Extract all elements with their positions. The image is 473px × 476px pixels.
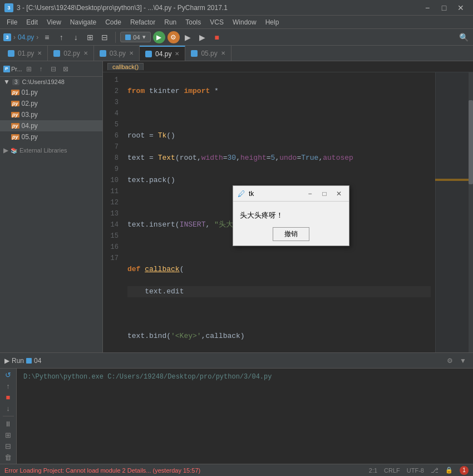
sidebar-item-external-libraries[interactable]: ▶ 📚 External Libraries — [0, 145, 102, 156]
content-area: P Pr... ⊞ ↑ ⊟ ⊠ ▼ 3 C:\Users\19248 py 01… — [0, 61, 473, 464]
external-lib-arrow: ▶ — [3, 146, 8, 154]
profile-btn[interactable]: ▶ — [196, 31, 209, 43]
sidebar-toolbar: P Pr... ⊞ ↑ ⊟ ⊠ — [0, 61, 102, 77]
status-line-sep[interactable]: CRLF — [384, 467, 400, 474]
menu-run[interactable]: Run — [160, 16, 181, 29]
menu-help[interactable]: Help — [261, 16, 284, 29]
tab-label-02py: 02.py — [63, 50, 80, 57]
tab-close-01py[interactable]: ✕ — [37, 50, 42, 56]
code-line-1: from tkinter import * — [127, 86, 431, 97]
menu-navigate[interactable]: Navigate — [66, 16, 101, 29]
sidebar-item-05py[interactable]: py 05.py — [0, 131, 102, 143]
code-line-12: text.bind('<Key>',callback) — [127, 331, 431, 342]
run-panel-arrow-btn[interactable]: ▼ — [457, 355, 469, 366]
run-button[interactable]: ▶ — [153, 31, 165, 43]
code-line-2 — [127, 108, 431, 119]
tk-close-btn[interactable]: ✕ — [333, 188, 344, 199]
search-button[interactable]: 🔍 — [457, 31, 470, 43]
toolbar-btn5[interactable]: ⊟ — [98, 31, 111, 43]
code-line-11 — [127, 308, 431, 320]
minimize-button[interactable]: − — [420, 0, 435, 16]
sidebar-btn4[interactable]: ⊠ — [60, 63, 71, 75]
status-error-text[interactable]: Error Loading Project: Cannot load modul… — [4, 467, 200, 474]
status-position[interactable]: 2:1 — [369, 467, 377, 474]
sidebar-label: Pr... — [11, 66, 22, 72]
scroll-thumb[interactable] — [469, 100, 473, 184]
stop-btn[interactable]: ■ — [211, 31, 223, 43]
minimap-highlight — [435, 179, 469, 181]
project-icon: 3 — [3, 33, 11, 41]
toolbar-btn2[interactable]: ↑ — [55, 31, 67, 43]
project-path: C:\Users\19248 — [22, 78, 64, 85]
code-line-9: def callback( — [127, 264, 431, 275]
toolbar-back-btn[interactable]: ≡ — [41, 31, 53, 43]
minimap — [435, 72, 473, 352]
tk-message: 头大头疼呀！ — [240, 211, 283, 219]
file-icon-02py: py — [11, 101, 19, 106]
run-panel-settings-btn[interactable]: ⚙ — [444, 355, 455, 366]
tk-undo-button[interactable]: 撤销 — [273, 227, 309, 241]
sidebar-item-04py[interactable]: py 04.py — [0, 120, 102, 131]
sidebar-item-01py[interactable]: py 01.py — [0, 87, 102, 98]
run-clear-btn[interactable]: 🗑 — [2, 453, 14, 462]
tab-03py[interactable]: 03.py ✕ — [94, 46, 140, 61]
sidebar-item-03py[interactable]: py 03.py — [0, 109, 102, 120]
tree-root[interactable]: ▼ 3 C:\Users\19248 — [0, 77, 102, 87]
tab-close-03py[interactable]: ✕ — [129, 50, 134, 56]
tk-maximize-btn[interactable]: □ — [319, 188, 330, 199]
menu-edit[interactable]: Edit — [22, 16, 42, 29]
run-filter-btn[interactable]: ⊟ — [2, 441, 14, 450]
menu-view[interactable]: View — [42, 16, 66, 29]
tab-label-04py: 04.py — [155, 50, 171, 58]
tab-close-05py[interactable]: ✕ — [221, 50, 225, 56]
coverage-btn[interactable]: ▶ — [182, 31, 194, 43]
sidebar-item-02py[interactable]: py 02.py — [0, 98, 102, 109]
toolbar-btn3[interactable]: ↓ — [70, 31, 82, 43]
maximize-button[interactable]: □ — [436, 0, 452, 16]
menu-tools[interactable]: Tools — [181, 16, 205, 29]
file-icon-01py: py — [11, 90, 19, 95]
close-button[interactable]: ✕ — [453, 0, 469, 16]
status-lock-icon: 🔒 — [445, 467, 453, 474]
code-line-10: text.edit — [127, 286, 431, 297]
tab-close-02py[interactable]: ✕ — [83, 50, 88, 56]
run-output-path: D:\Python\python.exe C:/Users/19248/Desk… — [23, 373, 272, 381]
sidebar-btn2[interactable]: ↑ — [36, 63, 47, 75]
tk-titlebar: 🖊 tk − □ ✕ — [233, 186, 349, 202]
scrollbar[interactable] — [469, 72, 473, 352]
status-encoding[interactable]: UTF-8 — [407, 467, 424, 474]
run-stop-btn[interactable]: ■ — [2, 393, 14, 402]
tab-05py[interactable]: 05.py ✕ — [185, 46, 231, 61]
editor-breadcrumb[interactable]: callback() — [107, 63, 144, 70]
sidebar-btn1[interactable]: ⊞ — [23, 63, 35, 75]
run-scroll-btn[interactable]: ⊞ — [2, 431, 14, 440]
rerun-btn[interactable]: ↺ — [2, 371, 14, 380]
code-line-5: text.pack() — [127, 175, 431, 186]
run-side-separator — [3, 416, 14, 416]
tk-content: 头大头疼呀！ — [233, 202, 349, 225]
run-config-selector[interactable]: 04 ▾ — [120, 32, 150, 42]
debug-button[interactable]: ⚙ — [167, 31, 180, 43]
code-line-4: text = Text(root,width=30,height=5,undo=… — [127, 153, 431, 164]
tab-icon-03py — [100, 50, 106, 57]
statusbar: Error Loading Project: Cannot load modul… — [0, 464, 473, 476]
run-pause-btn[interactable]: ⏸ — [2, 420, 14, 429]
error-count-badge[interactable]: 1 — [460, 466, 469, 475]
menu-code[interactable]: Code — [101, 16, 126, 29]
run-config-name: 04 — [34, 357, 41, 365]
tab-close-04py[interactable]: ✕ — [175, 51, 179, 57]
breadcrumb-file[interactable]: 04.py — [18, 33, 34, 41]
sidebar: P Pr... ⊞ ↑ ⊟ ⊠ ▼ 3 C:\Users\19248 py 01… — [0, 61, 103, 352]
menu-window[interactable]: Window — [228, 16, 261, 29]
run-down-btn[interactable]: ↓ — [2, 404, 14, 413]
menu-vcs[interactable]: VCS — [205, 16, 228, 29]
toolbar-btn4[interactable]: ⊞ — [84, 31, 96, 43]
sidebar-btn3[interactable]: ⊟ — [48, 63, 59, 75]
tk-minimize-btn[interactable]: − — [304, 188, 316, 199]
menu-file[interactable]: File — [2, 16, 22, 29]
tab-04py[interactable]: 04.py ✕ — [140, 46, 185, 61]
tab-02py[interactable]: 02.py ✕ — [48, 46, 93, 61]
menu-refactor[interactable]: Refactor — [126, 16, 160, 29]
tab-01py[interactable]: 01.py ✕ — [2, 46, 48, 61]
run-up-btn[interactable]: ↑ — [2, 382, 14, 391]
